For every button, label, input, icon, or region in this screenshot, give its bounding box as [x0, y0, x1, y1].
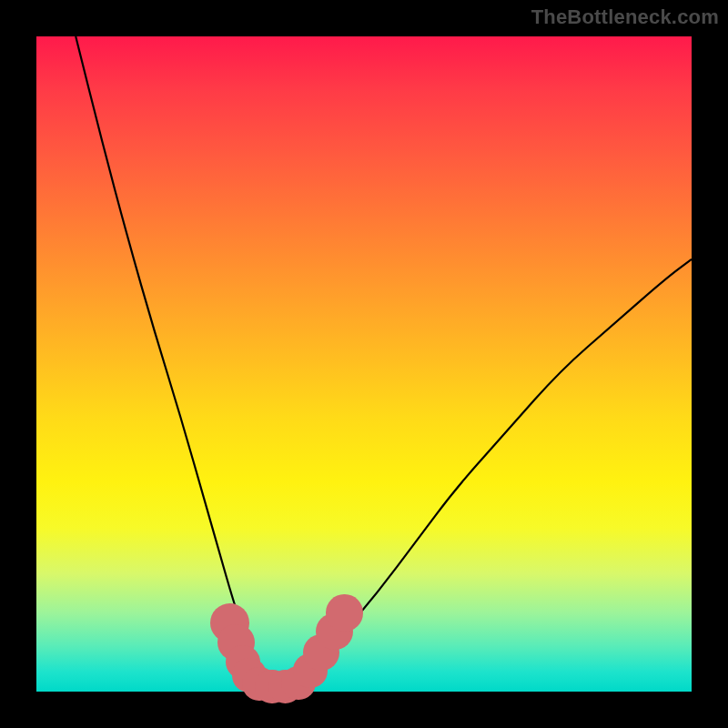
plot-area [36, 36, 692, 692]
curve-layer [36, 36, 692, 692]
chart-frame: TheBottleneck.com [0, 0, 728, 728]
branding-text: TheBottleneck.com [531, 5, 719, 29]
bottleneck-curve [76, 36, 692, 685]
marker-dot [326, 594, 362, 631]
